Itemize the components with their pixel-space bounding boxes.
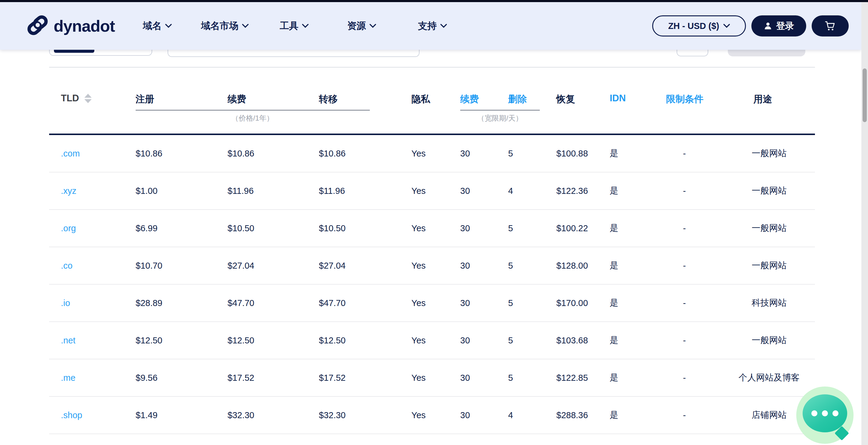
restrictions-value: - (666, 397, 723, 434)
restore-price: $100.22 (556, 210, 610, 247)
idn-value: 是 (610, 397, 666, 434)
renew-price: $32.30 (227, 397, 319, 434)
tld-link[interactable]: .me (61, 359, 135, 396)
column-privacy: 隐私 (411, 93, 430, 106)
tld-link[interactable]: .shop (61, 397, 135, 434)
idn-value: 是 (610, 285, 666, 321)
chevron-down-icon (370, 24, 376, 28)
restore-price: $288.36 (556, 397, 610, 434)
renew-grace-days: 30 (460, 322, 508, 359)
site-header: dynadot 域名 域名市场 工具 资源 支持 ZH - USD ($) 登录 (0, 2, 861, 50)
register-price: $10.70 (135, 247, 227, 284)
restrictions-value: - (666, 247, 723, 284)
restore-price: $122.36 (556, 173, 610, 209)
privacy-value: Yes (411, 285, 460, 321)
transfer-price: $10.86 (319, 135, 411, 172)
renew-price: $47.70 (227, 285, 319, 321)
idn-value: 是 (610, 135, 666, 172)
transfer-price: $17.52 (319, 359, 411, 396)
column-restore: 恢复 (556, 93, 575, 106)
dynadot-logo[interactable]: dynadot (27, 14, 115, 38)
window-top-edge (0, 0, 868, 2)
tld-link[interactable]: .xyz (61, 173, 135, 209)
privacy-value: Yes (411, 135, 460, 172)
privacy-value: Yes (411, 173, 460, 209)
transfer-price: $11.96 (319, 173, 411, 209)
table-row: .shop $1.49 $32.30 $32.30 Yes 30 4 $288.… (49, 397, 815, 434)
column-usage: 用途 (753, 93, 772, 106)
delete-grace-days: 4 (508, 173, 556, 209)
dynadot-logo-icon (27, 14, 49, 38)
table-body: .com $10.86 $10.86 $10.86 Yes 30 5 $100.… (49, 135, 815, 434)
restore-price: $170.00 (556, 285, 610, 321)
privacy-value: Yes (411, 322, 460, 359)
restore-price: $122.85 (556, 359, 610, 396)
column-renew-grace-link[interactable]: 续费 (460, 93, 479, 106)
cart-icon (825, 21, 836, 31)
nav-marketplace[interactable]: 域名市场 (201, 20, 249, 32)
column-idn-link[interactable]: IDN (610, 93, 626, 104)
restore-price: $103.68 (556, 322, 610, 359)
usage-value: 一般网站 (723, 210, 815, 247)
idn-value: 是 (610, 173, 666, 209)
tld-link[interactable]: .org (61, 210, 135, 247)
delete-grace-days: 5 (508, 322, 556, 359)
register-price: $28.89 (135, 285, 227, 321)
idn-value: 是 (610, 247, 666, 284)
renew-grace-days: 30 (460, 173, 508, 209)
renew-grace-days: 30 (460, 247, 508, 284)
renew-price: $10.86 (227, 135, 319, 172)
tld-link[interactable]: .com (61, 135, 135, 172)
renew-price: $27.04 (227, 247, 319, 284)
tld-link[interactable]: .net (61, 322, 135, 359)
price-group-note: （价格/1年） (231, 113, 274, 123)
renew-grace-days: 30 (460, 285, 508, 321)
chevron-down-icon (165, 24, 172, 28)
privacy-value: Yes (411, 210, 460, 247)
delete-grace-days: 5 (508, 285, 556, 321)
chat-bubble-icon (803, 394, 847, 432)
login-button[interactable]: 登录 (751, 16, 806, 36)
renew-price: $10.50 (227, 210, 319, 247)
restrictions-value: - (666, 285, 723, 321)
delete-grace-days: 5 (508, 135, 556, 172)
nav-support[interactable]: 支持 (418, 20, 447, 32)
register-price: $12.50 (135, 322, 227, 359)
column-restrictions-link[interactable]: 限制条件 (666, 93, 704, 106)
sort-icon[interactable] (84, 94, 92, 103)
register-price: $1.00 (135, 173, 227, 209)
live-chat-button[interactable] (796, 387, 854, 444)
table-row: .co $10.70 $27.04 $27.04 Yes 30 5 $128.0… (49, 247, 815, 285)
usage-value: 一般网站 (723, 135, 815, 172)
scrollbar-thumb[interactable] (863, 68, 867, 122)
transfer-price: $47.70 (319, 285, 411, 321)
idn-value: 是 (610, 322, 666, 359)
tld-link[interactable]: .co (61, 247, 135, 284)
restrictions-value: - (666, 135, 723, 172)
table-row: .xyz $1.00 $11.96 $11.96 Yes 30 4 $122.3… (49, 173, 815, 210)
compare-button[interactable] (728, 50, 805, 56)
view-toggle-control[interactable] (49, 50, 152, 56)
restrictions-value: - (666, 173, 723, 209)
page-size-select[interactable] (677, 50, 708, 56)
chevron-down-icon (242, 24, 249, 28)
tld-link[interactable]: .io (61, 285, 135, 321)
tld-search-input[interactable] (167, 50, 420, 57)
cart-button[interactable] (812, 16, 849, 36)
column-delete-grace-link[interactable]: 删除 (508, 93, 527, 106)
nav-resources[interactable]: 资源 (347, 20, 376, 32)
renew-grace-days: 30 (460, 359, 508, 396)
register-price: $1.49 (135, 397, 227, 434)
usage-value: 一般网站 (723, 322, 815, 359)
usage-value: 一般网站 (723, 173, 815, 209)
nav-domains[interactable]: 域名 (143, 20, 172, 32)
usage-value: 一般网站 (723, 247, 815, 284)
restore-price: $100.88 (556, 135, 610, 172)
brand-name: dynadot (54, 17, 115, 35)
language-currency-selector[interactable]: ZH - USD ($) (652, 16, 746, 36)
transfer-price: $12.50 (319, 322, 411, 359)
grace-group-underline (460, 110, 540, 111)
transfer-price: $32.30 (319, 397, 411, 434)
scrollbar-track[interactable] (861, 2, 868, 445)
nav-tools[interactable]: 工具 (280, 20, 309, 32)
